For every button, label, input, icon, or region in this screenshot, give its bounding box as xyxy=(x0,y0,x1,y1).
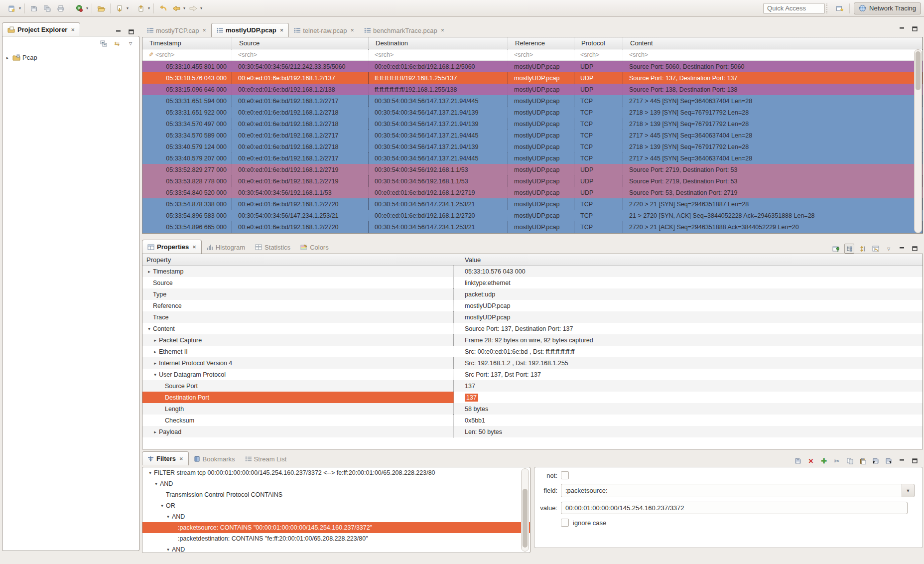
search-cell-protocol[interactable]: <srch> xyxy=(574,49,623,60)
tab-statistics[interactable]: Statistics xyxy=(250,241,295,254)
import-trace-icon[interactable] xyxy=(114,3,125,14)
minimize-icon[interactable] xyxy=(114,27,123,36)
expand-icon[interactable] xyxy=(152,481,160,486)
quick-access-input[interactable] xyxy=(763,3,825,14)
new-dropdown-icon[interactable]: ▾ xyxy=(19,6,21,10)
property-row[interactable]: Reference mostlyUDP.pcap xyxy=(142,300,923,311)
col-header-timestamp[interactable]: Timestamp xyxy=(142,37,232,49)
property-row[interactable]: Source Port 137 xyxy=(142,380,923,392)
packet-row[interactable]: 05:33:15.096 646 000 00:e0:ed:01:6e:bd/1… xyxy=(142,84,923,95)
close-icon[interactable]: ✕ xyxy=(441,28,445,33)
property-row[interactable]: Packet Capture Frame 28: 92 bytes on wir… xyxy=(142,334,923,346)
close-icon[interactable]: ✕ xyxy=(71,27,75,32)
open-trace-icon[interactable] xyxy=(96,3,107,14)
col-header-protocol[interactable]: Protocol xyxy=(574,37,623,49)
maximize-icon[interactable] xyxy=(910,24,919,33)
follow-selection-icon[interactable] xyxy=(858,244,867,253)
restore-state-icon[interactable] xyxy=(157,3,168,14)
open-perspective-icon[interactable] xyxy=(834,3,845,14)
import-dropdown-icon[interactable]: ▾ xyxy=(127,6,129,10)
expand-icon[interactable] xyxy=(145,269,153,274)
field-select[interactable]: :packetsource: ▼ xyxy=(561,484,915,497)
copy-icon[interactable] xyxy=(845,456,854,465)
expand-icon[interactable] xyxy=(151,349,159,354)
chevron-down-icon[interactable]: ▼ xyxy=(902,484,914,497)
save-filter-set-icon[interactable] xyxy=(871,456,880,465)
delete-filter-icon[interactable]: ✕ xyxy=(806,456,815,465)
export-dropdown-icon[interactable]: ▾ xyxy=(148,6,150,10)
property-row[interactable]: Content Source Port: 137, Destination Po… xyxy=(142,323,923,334)
editor-tab[interactable]: mostlyUDP.pcap ✕ xyxy=(211,23,289,37)
packet-table-scrollbar[interactable] xyxy=(914,49,922,233)
col-header-property[interactable]: Property xyxy=(142,254,454,265)
tab-bookmarks[interactable]: Bookmarks xyxy=(189,452,240,465)
property-row[interactable]: Ethernet II Src: 00:e0:ed:01:6e:bd , Dst… xyxy=(142,346,923,357)
filter-tree-row[interactable]: Transmission Control Protocol CONTAINS xyxy=(142,489,530,500)
col-header-content[interactable]: Content xyxy=(623,37,923,49)
close-icon[interactable]: ✕ xyxy=(179,456,183,461)
expand-icon[interactable] xyxy=(146,470,154,475)
property-row[interactable]: Type packet:udp xyxy=(142,288,923,300)
packet-row[interactable]: 05:33:10.576 043 000 00:e0:ed:01:6e:bd/1… xyxy=(142,72,923,84)
maximize-icon[interactable] xyxy=(910,244,919,253)
editor-tab[interactable]: mostlyTCP.cap ✕ xyxy=(142,24,211,37)
property-row[interactable]: Checksum 0x5bb1 xyxy=(142,415,923,426)
expand-icon[interactable] xyxy=(164,547,172,552)
packet-row[interactable]: 05:33:34.570 589 000 00:e0:ed:01:6e:bd/1… xyxy=(142,130,923,141)
minimize-icon[interactable] xyxy=(897,456,906,465)
tree-mode-toggle-icon[interactable] xyxy=(844,244,854,254)
value-input[interactable] xyxy=(561,502,908,514)
tab-project-explorer[interactable]: Project Explorer ✕ xyxy=(2,22,80,36)
tab-properties[interactable]: Properties ✕ xyxy=(142,240,202,254)
filter-tree-row[interactable]: OR xyxy=(142,500,530,511)
filter-tree-row[interactable]: AND xyxy=(142,478,530,489)
forward-dropdown-icon[interactable]: ▾ xyxy=(200,6,202,10)
explorer-tree-item[interactable]: ▸ Pcap xyxy=(4,52,137,63)
packet-row[interactable]: 05:33:40.579 124 000 00:e0:ed:01:6e:bd/1… xyxy=(142,141,923,152)
property-row[interactable]: Length 58 bytes xyxy=(142,403,923,415)
export-trace-icon[interactable] xyxy=(135,3,146,14)
packet-row[interactable]: 05:33:40.579 207 000 00:e0:ed:01:6e:bd/1… xyxy=(142,152,923,164)
tab-colors[interactable]: Colors xyxy=(295,241,334,254)
packet-row[interactable]: 05:33:53.828 778 000 00:e0:ed:01:6e:bd/1… xyxy=(142,175,923,187)
close-icon[interactable]: ✕ xyxy=(202,28,206,33)
new-wizard-icon[interactable] xyxy=(6,3,17,14)
collapse-all-icon[interactable] xyxy=(99,39,108,48)
col-header-reference[interactable]: Reference xyxy=(508,37,574,49)
editor-tab[interactable]: telnet-raw.pcap ✕ xyxy=(289,24,359,37)
col-header-source[interactable]: Source xyxy=(232,37,369,49)
expand-icon[interactable] xyxy=(151,338,159,343)
back-icon[interactable] xyxy=(171,3,182,14)
print-icon[interactable] xyxy=(55,3,66,14)
property-row[interactable]: Timestamp 05:33:10.576 043 000 xyxy=(142,266,923,277)
save-all-icon[interactable] xyxy=(42,3,53,14)
property-row[interactable]: User Datagram Protocol Src Port: 137, Ds… xyxy=(142,369,923,380)
expand-icon[interactable] xyxy=(151,361,159,366)
tab-histogram[interactable]: Histogram xyxy=(202,241,250,254)
editor-tab[interactable]: benchmarkTrace.pcap ✕ xyxy=(359,24,449,37)
maximize-icon[interactable] xyxy=(127,27,135,36)
property-row[interactable]: Destination Port 137 xyxy=(142,392,923,403)
property-row[interactable]: Payload Len: 50 bytes xyxy=(142,426,923,437)
view-menu-icon[interactable]: ▽ xyxy=(126,39,135,48)
save-filter-icon[interactable] xyxy=(793,456,802,465)
search-cell-destination[interactable]: <srch> xyxy=(369,49,508,60)
packet-row[interactable]: 05:33:34.570 497 000 00:e0:ed:01:6e:bd/1… xyxy=(142,118,923,130)
col-header-value[interactable]: Value xyxy=(454,254,923,265)
filter-tree-row[interactable]: AND xyxy=(142,544,530,553)
filter-tree-scrollbar[interactable] xyxy=(521,468,529,552)
tab-filters[interactable]: Filters ✕ xyxy=(142,451,189,465)
property-row[interactable]: Source linktype:ethernet xyxy=(142,277,923,288)
search-cell-content[interactable]: <srch> xyxy=(623,49,923,60)
back-dropdown-icon[interactable]: ▾ xyxy=(183,6,185,10)
save-all-filters-icon[interactable] xyxy=(884,456,893,465)
packet-row[interactable]: 05:33:10.455 801 000 00:30:54:00:34:56/2… xyxy=(142,61,923,72)
ignore-case-checkbox[interactable] xyxy=(561,519,569,527)
scrollbar-thumb[interactable] xyxy=(523,489,528,548)
minimize-icon[interactable] xyxy=(897,24,906,33)
run-external-tools-icon[interactable] xyxy=(74,3,85,14)
property-row[interactable]: Trace mostlyUDP.pcap xyxy=(142,311,923,323)
run-dropdown-icon[interactable]: ▾ xyxy=(86,6,88,10)
packet-row[interactable]: 05:33:31.651 922 000 00:e0:ed:01:6e:bd/1… xyxy=(142,107,923,118)
scrollbar-thumb[interactable] xyxy=(916,51,921,90)
